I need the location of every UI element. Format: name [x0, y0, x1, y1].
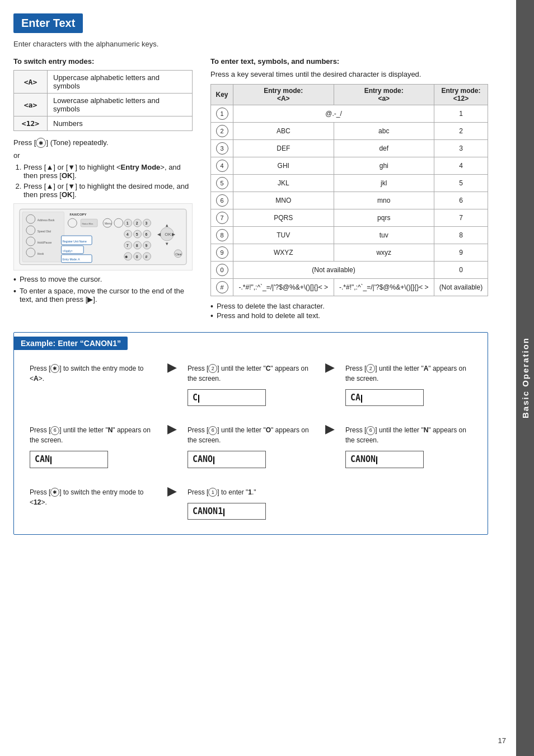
entry-num-cell: 0 — [434, 262, 488, 279]
svg-text:Status Mon.: Status Mon. — [82, 222, 93, 225]
entry-num-cell: 8 — [434, 227, 488, 244]
cursor-bar — [50, 456, 51, 464]
svg-text:8: 8 — [136, 244, 138, 248]
side-tab: Basic Operation — [516, 0, 534, 756]
col-key: Key — [211, 85, 233, 105]
entry-key-cell: 2 — [211, 123, 233, 140]
example-cell-5: Press [6] until the letter "O" appears o… — [181, 419, 321, 474]
example-cell-1: Press [✱] to switch the entry mode to <A… — [23, 358, 163, 391]
table-row: 5JKLjkl5 — [211, 175, 488, 192]
entry-num-cell: 5 — [434, 175, 488, 192]
cursor-bar — [376, 456, 377, 464]
entry-A-cell: @.-_/ — [233, 105, 434, 123]
entry-a-cell: mno — [334, 192, 434, 209]
entry-A-cell: ABC — [233, 123, 334, 140]
example-cell-8-text: Press [1] to enter "1." — [188, 487, 314, 497]
lcd-display-1: C — [188, 389, 266, 407]
table-row: 4GHIghi4 — [211, 157, 488, 175]
table-row: #-.*#!",:^`_=/|'?$@%&+\()[]{}< >-.*#!",:… — [211, 279, 488, 296]
entry-a-cell: jkl — [334, 175, 434, 192]
entry-A-cell: DEF — [233, 140, 334, 157]
cursor-bar — [198, 395, 199, 403]
svg-text:Clear: Clear — [175, 253, 182, 256]
example-cell-7-text: Press [✱] to switch the entry mode to <1… — [30, 487, 156, 507]
example-title: Example: Enter “CANON1” — [14, 337, 128, 350]
entry-A-cell: TUV — [233, 227, 334, 244]
entry-section-heading: To enter text, symbols, and numbers: — [210, 57, 488, 66]
entry-A-cell: PQRS — [233, 209, 334, 227]
arrow-4: ▶ — [321, 419, 339, 436]
cursor-bullet-2: To enter a space, move the cursor to the… — [20, 287, 193, 304]
two-column-layout: To switch entry modes: <A> Uppercase alp… — [13, 57, 488, 321]
entry-num-cell: 3 — [434, 140, 488, 157]
entry-description: Press a key several times until the desi… — [210, 70, 488, 78]
bullet-icon: • — [210, 311, 213, 321]
table-row: 3DEFdef3 — [211, 140, 488, 157]
svg-text:Speed Dial: Speed Dial — [38, 230, 51, 233]
entry-num-cell: (Not available) — [434, 279, 488, 296]
key-circle-7: 7 — [216, 212, 228, 224]
entry-a-cell: pqrs — [334, 209, 434, 227]
entry-a-cell: tuv — [334, 227, 434, 244]
bullet-item: • Press and hold to delete all text. — [210, 311, 488, 321]
entry-A-cell: JKL — [233, 175, 334, 192]
entry-table: Key Entry mode:<A> Entry mode:<a> Entry … — [210, 84, 488, 296]
table-row: 2ABCabc2 — [211, 123, 488, 140]
cursor-bullets: • Press to move the cursor. • To enter a… — [13, 275, 193, 304]
key-6-icon: 6 — [208, 426, 217, 435]
entry-num-cell: 4 — [434, 157, 488, 175]
entry-key-cell: 0 — [211, 262, 233, 279]
lcd-display-5: CANON — [345, 451, 424, 468]
example-cell-6-text: Press [6] until the letter "N" appears o… — [345, 425, 472, 445]
left-column: To switch entry modes: <A> Uppercase alp… — [13, 57, 193, 321]
lcd-display-2: CA — [345, 389, 424, 407]
key-circle-#: # — [216, 281, 228, 293]
or-text: or — [13, 151, 193, 160]
right-column: To enter text, symbols, and numbers: Pre… — [210, 57, 488, 321]
table-row: <12> Numbers — [14, 116, 193, 131]
entry-A-cell: (Not available) — [233, 262, 434, 279]
example-cell-6: Press [6] until the letter "N" appears o… — [339, 419, 479, 474]
table-row: 7PQRSpqrs7 — [211, 209, 488, 227]
example-cell-5-text: Press [6] until the letter "O" appears o… — [188, 425, 314, 445]
entry-A-cell: MNO — [233, 192, 334, 209]
delete-bullets: • Press to delete the last character. • … — [210, 302, 488, 321]
key-circle-1: 1 — [216, 108, 228, 120]
arrow-3: ▶ — [163, 419, 181, 436]
mode-key-a: <a> — [14, 94, 48, 116]
key-6-icon: 6 — [366, 426, 375, 435]
col-mode-12: Entry mode:<12> — [434, 85, 488, 105]
mode-key-A: <A> — [14, 71, 48, 94]
bullet-item: • Press to delete the last character. — [210, 302, 488, 311]
key-circle-8: 8 — [216, 229, 228, 241]
svg-text:<Apply>: <Apply> — [62, 250, 72, 253]
mode-desc-A: Uppercase alphabetic letters and symbols — [48, 71, 193, 94]
example-cell-7: Press [✱] to switch the entry mode to <1… — [23, 482, 163, 515]
bullet-icon: • — [13, 275, 16, 284]
svg-text:FAX/COPY: FAX/COPY — [69, 213, 86, 216]
intro-text: Enter characters with the alphanumeric k… — [13, 40, 488, 48]
mode-desc-12: Numbers — [48, 116, 193, 131]
side-tab-label: Basic Operation — [521, 337, 530, 418]
tone-key-icon: ✱ — [50, 488, 59, 497]
entry-key-cell: 7 — [211, 209, 233, 227]
svg-text:◀: ◀ — [157, 232, 161, 237]
key-circle-6: 6 — [216, 194, 228, 207]
example-cell-4: Press [6] until the letter "N" appears o… — [23, 419, 163, 474]
table-row: 8TUVtuv8 — [211, 227, 488, 244]
entry-key-cell: 5 — [211, 175, 233, 192]
table-row: 6MNOmno6 — [211, 192, 488, 209]
table-row: <A> Uppercase alphabetic letters and sym… — [14, 71, 193, 94]
entry-a-cell: abc — [334, 123, 434, 140]
entry-key-cell: 8 — [211, 227, 233, 244]
list-item: Press [▲] or [▼] to highlight <Entry Mod… — [24, 163, 193, 180]
entry-a-cell: -.*#!",:^`_=/|'?$@%&+\()[]{}< > — [334, 279, 434, 296]
delete-bullet-1: Press to delete the last character. — [217, 302, 325, 310]
key-2-icon: 2 — [208, 364, 217, 373]
entry-key-cell: 9 — [211, 244, 233, 262]
entry-key-cell: 4 — [211, 157, 233, 175]
entry-key-cell: 3 — [211, 140, 233, 157]
delete-bullet-2: Press and hold to delete all text. — [217, 311, 320, 320]
cursor-bullet-1: Press to move the cursor. — [20, 275, 102, 283]
entry-num-cell: 7 — [434, 209, 488, 227]
